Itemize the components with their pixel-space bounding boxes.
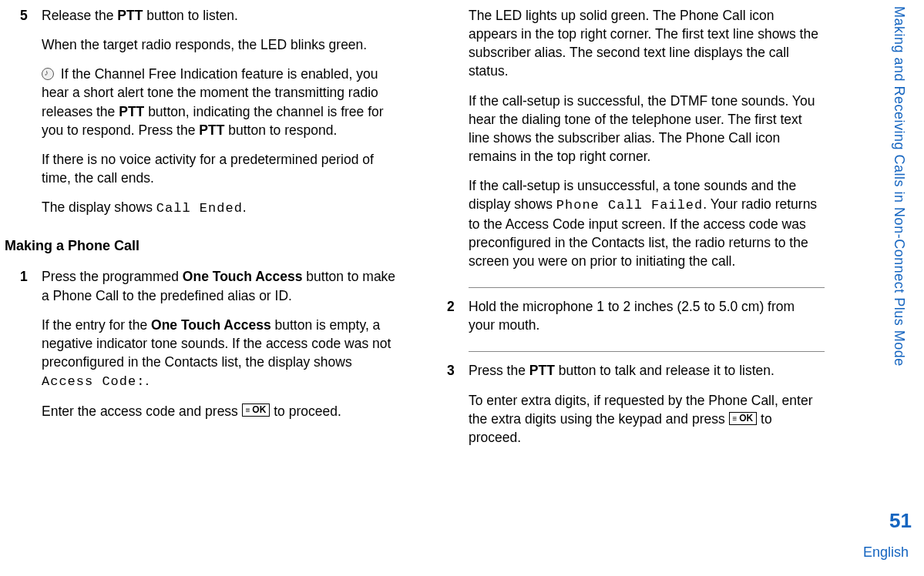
section-heading: Making a Phone Call [5,236,398,256]
step-5: 5 Release the PTT button to listen. When… [5,6,398,229]
text: Release the [42,8,117,23]
page-number: 51 [889,509,912,533]
bold-text: PTT [119,104,144,119]
paragraph: Hold the microphone 1 to 2 inches (2.5 t… [469,297,825,334]
two-column-layout: 5 Release the PTT button to listen. When… [5,6,878,460]
step-body: Press the PTT button to talk and release… [469,361,825,457]
paragraph: Press the programmed One Touch Access bu… [42,267,398,304]
text: . [145,373,149,388]
paragraph: Press the PTT button to talk and release… [469,361,825,380]
step-number: 3 [432,361,469,457]
mono-text: Call Ended [156,201,243,216]
paragraph: If the Channel Free Indication feature i… [42,65,398,139]
step-1: 1 Press the programmed One Touch Access … [5,267,398,430]
text: Press the programmed [42,269,183,284]
step-number: 5 [5,6,42,229]
step-number-empty [432,6,469,281]
bold-text: PTT [117,8,143,23]
side-header: Making and Receiving Calls in Non-Connec… [891,6,907,367]
paragraph: Enter the access code and press OK to pr… [42,402,398,420]
step-body: The LED lights up solid green. The Phone… [469,6,825,281]
paragraph: If the call-setup is unsuccessful, a ton… [469,176,825,270]
paragraph: The LED lights up solid green. The Phone… [469,6,825,81]
paragraph: The display shows Call Ended. [42,198,398,217]
text: button to respond. [224,122,337,138]
text: button to talk and release it to listen. [555,363,774,378]
text: The display shows [42,199,156,215]
divider [469,287,825,288]
text: button to listen. [143,8,238,23]
paragraph: When the target radio responds, the LED … [42,35,398,54]
step-number: 1 [5,267,42,430]
divider [469,351,825,352]
right-column: The LED lights up solid green. The Phone… [432,6,825,460]
text: Press the [469,363,529,378]
bold-text: PTT [529,363,555,378]
step-3: 3 Press the PTT button to talk and relea… [432,361,825,457]
step-2: 2 Hold the microphone 1 to 2 inches (2.5… [432,297,825,345]
mono-text: Access Code: [42,374,145,389]
mono-text: Phone Call Failed [556,198,703,213]
ok-button-icon: OK [729,412,758,425]
bold-text: One Touch Access [183,269,303,284]
note-icon [42,68,54,80]
document-page: 5 Release the PTT button to listen. When… [0,0,924,576]
step-body: Press the programmed One Touch Access bu… [42,267,398,430]
language-label: English [863,544,909,561]
paragraph: If the call-setup is successful, the DTM… [469,92,825,166]
bold-text: PTT [199,122,224,138]
step-1-continued: The LED lights up solid green. The Phone… [432,6,825,281]
text: If the entry for the [42,317,151,333]
paragraph: To enter extra digits, if requested by t… [469,391,825,447]
text: to proceed. [274,404,341,419]
text: Enter the access code and press [42,404,242,419]
bold-text: One Touch Access [151,317,271,333]
paragraph: If the entry for the One Touch Access bu… [42,316,398,391]
step-body: Release the PTT button to listen. When t… [42,6,398,229]
step-body: Hold the microphone 1 to 2 inches (2.5 t… [469,297,825,345]
text: . [243,199,247,215]
left-column: 5 Release the PTT button to listen. When… [5,6,398,460]
paragraph: Release the PTT button to listen. [42,6,398,25]
ok-button-icon: OK [242,404,270,417]
paragraph: If there is no voice activity for a pred… [42,150,398,187]
step-number: 2 [432,297,469,345]
